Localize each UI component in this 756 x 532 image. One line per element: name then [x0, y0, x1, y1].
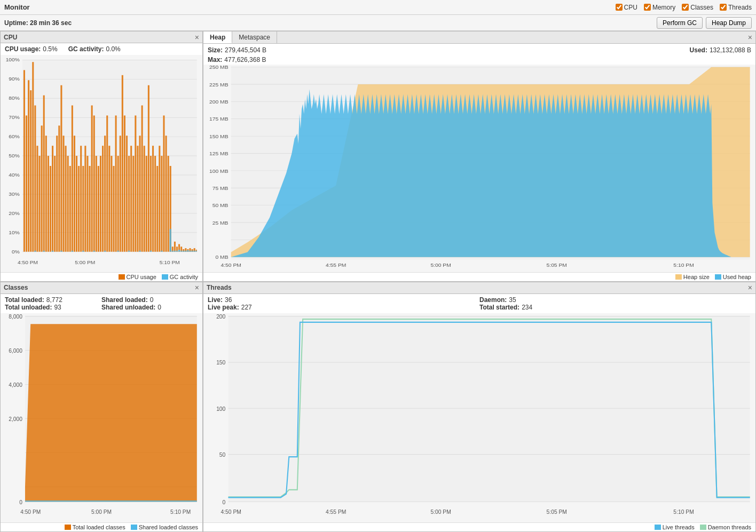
- cpu-checkbox[interactable]: [616, 4, 623, 11]
- heap-panel-close-button[interactable]: ×: [745, 32, 755, 43]
- svg-text:5:05 PM: 5:05 PM: [547, 263, 567, 268]
- heap-panel: Heap Metaspace × Size: 279,445,504 B Use…: [203, 31, 756, 282]
- tab-heap[interactable]: Heap: [203, 31, 232, 43]
- heap-size-stat: Size: 279,445,504 B: [208, 46, 266, 54]
- threads-chart-area: 200 150 100 50 0 4:50 PM 4:55 PM 5:00 PM…: [203, 313, 755, 523]
- cpu-panel-stats: CPU usage: 0.5% GC activity: 0.0%: [1, 43, 202, 55]
- svg-rect-72: [130, 146, 132, 252]
- cpu-panel-header: CPU ×: [1, 31, 202, 43]
- svg-rect-109: [93, 251, 95, 252]
- classes-panel-header: Classes ×: [1, 282, 202, 294]
- daemon-stat: Daemon: 35: [479, 296, 751, 304]
- svg-text:4,000: 4,000: [9, 381, 22, 388]
- svg-text:90%: 90%: [9, 76, 20, 82]
- svg-rect-104: [43, 251, 45, 252]
- memory-checkbox[interactable]: [644, 4, 651, 11]
- svg-rect-23: [23, 70, 25, 251]
- svg-rect-74: [135, 115, 136, 251]
- svg-rect-44: [69, 166, 71, 252]
- total-loaded-legend-color: [65, 525, 71, 530]
- svg-rect-121: [180, 251, 182, 252]
- tab-metaspace[interactable]: Metaspace: [232, 31, 277, 43]
- app-title: Monitor: [4, 3, 30, 11]
- daemon-threads-legend: Daemon threads: [700, 524, 751, 530]
- live-threads-legend: Live threads: [655, 524, 695, 530]
- cpu-panel: CPU × CPU usage: 0.5% GC activity: 0.0%: [0, 31, 203, 282]
- svg-rect-34: [48, 156, 49, 252]
- svg-rect-68: [122, 75, 123, 252]
- svg-rect-85: [159, 146, 160, 252]
- svg-text:225 MB: 225 MB: [209, 82, 229, 87]
- svg-rect-37: [54, 156, 56, 252]
- svg-rect-35: [50, 166, 51, 252]
- svg-rect-89: [168, 156, 169, 252]
- svg-text:4:55 PM: 4:55 PM: [326, 263, 346, 268]
- threads-panel: Threads × Live: 36 Daemon: 35 Live peak:…: [203, 282, 756, 533]
- svg-rect-92: [174, 242, 176, 252]
- cpu-checkbox-item[interactable]: CPU: [616, 4, 637, 11]
- svg-rect-42: [65, 146, 67, 252]
- classes-checkbox[interactable]: [682, 4, 689, 11]
- cpu-panel-title: CPU: [4, 34, 17, 41]
- threads-panel-close-button[interactable]: ×: [748, 284, 752, 291]
- svg-text:4:50 PM: 4:50 PM: [18, 260, 38, 266]
- svg-rect-27: [32, 62, 34, 251]
- svg-rect-24: [26, 115, 27, 251]
- svg-text:175 MB: 175 MB: [209, 116, 229, 122]
- memory-checkbox-item[interactable]: Memory: [644, 4, 675, 11]
- threads-checkbox-item[interactable]: Threads: [720, 4, 752, 11]
- svg-text:5:10 PM: 5:10 PM: [673, 508, 694, 514]
- svg-text:70%: 70%: [9, 114, 20, 120]
- live-peak-stat: Live peak: 227: [208, 304, 479, 311]
- svg-rect-58: [100, 156, 101, 252]
- svg-text:100 MB: 100 MB: [209, 168, 229, 173]
- svg-text:8,000: 8,000: [9, 313, 22, 320]
- gc-activity-legend-color: [162, 274, 168, 280]
- svg-text:5:00 PM: 5:00 PM: [430, 508, 451, 514]
- svg-text:75 MB: 75 MB: [212, 185, 229, 190]
- svg-rect-86: [161, 156, 162, 252]
- gc-activity-stat: GC activity: 0.0%: [68, 45, 121, 53]
- svg-text:5:00 PM: 5:00 PM: [91, 508, 112, 515]
- classes-checkbox-item[interactable]: Classes: [682, 4, 713, 11]
- heap-used-stat: Used: 132,132,088 B: [690, 46, 751, 54]
- cpu-chart-area: 100% 90% 80% 70% 60% 50% 40% 30% 20% 10%…: [1, 55, 202, 272]
- classes-panel-close-button[interactable]: ×: [195, 284, 199, 291]
- svg-text:5:10 PM: 5:10 PM: [170, 508, 191, 515]
- svg-rect-116: [170, 229, 171, 252]
- svg-rect-80: [148, 85, 149, 252]
- svg-rect-123: [185, 251, 186, 252]
- cpu-usage-legend-color: [119, 274, 125, 280]
- svg-rect-46: [74, 136, 75, 251]
- heap-stats-row2: Max: 477,626,368 B: [203, 55, 755, 65]
- svg-text:50%: 50%: [9, 153, 20, 158]
- svg-rect-107: [72, 251, 73, 252]
- svg-marker-177: [25, 501, 197, 502]
- svg-rect-113: [139, 251, 140, 252]
- cpu-panel-close-button[interactable]: ×: [195, 34, 199, 41]
- perform-gc-button[interactable]: Perform GC: [657, 17, 703, 29]
- svg-text:10%: 10%: [9, 229, 20, 235]
- svg-rect-54: [91, 106, 93, 252]
- svg-text:100%: 100%: [6, 57, 20, 63]
- svg-rect-32: [43, 96, 45, 252]
- total-started-stat: Total started: 234: [479, 304, 751, 311]
- svg-rect-40: [60, 85, 62, 252]
- svg-rect-84: [156, 166, 158, 252]
- total-loaded-stat: Total loaded: 8,772: [5, 296, 101, 304]
- used-heap-legend-color: [715, 274, 721, 280]
- svg-rect-77: [141, 106, 143, 252]
- heap-dump-button[interactable]: Heap Dump: [706, 17, 752, 29]
- svg-rect-105: [52, 251, 53, 252]
- svg-rect-64: [113, 166, 114, 252]
- svg-rect-122: [183, 251, 184, 252]
- svg-rect-67: [120, 136, 121, 251]
- top-bar: Monitor CPU Memory Classes Threads: [0, 0, 756, 15]
- svg-rect-36: [52, 146, 53, 252]
- svg-rect-126: [192, 251, 193, 252]
- svg-rect-115: [161, 251, 162, 252]
- threads-checkbox[interactable]: [720, 4, 727, 11]
- svg-text:200 MB: 200 MB: [209, 99, 229, 105]
- heap-size-legend-color: [675, 274, 682, 280]
- svg-rect-41: [62, 136, 64, 251]
